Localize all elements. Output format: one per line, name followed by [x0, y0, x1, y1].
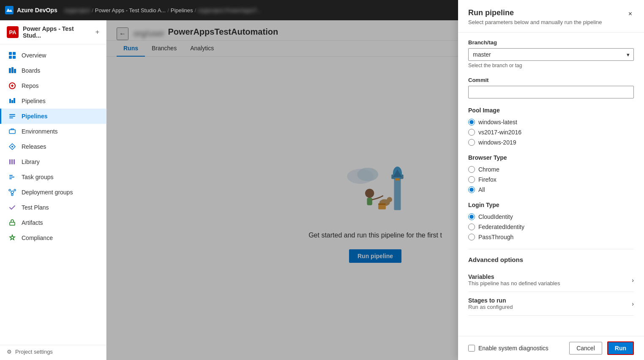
- boards-icon: [8, 66, 16, 75]
- login-type-group: Login Type CloudIdentity FederatedIdenti…: [468, 202, 634, 240]
- browser-type-options: Chrome Firefox All: [468, 166, 634, 193]
- sidebar-item-repos[interactable]: Repos: [0, 78, 106, 93]
- svg-rect-7: [14, 69, 16, 73]
- browser-chrome[interactable]: Chrome: [468, 166, 634, 173]
- sidebar-item-label: Environments: [22, 128, 58, 135]
- svg-rect-24: [10, 222, 15, 225]
- pool-vs2017-label: vs2017-win2016: [478, 129, 521, 136]
- sidebar-item-label: Pipelines: [22, 98, 46, 104]
- pool-vs2017-radio[interactable]: [468, 129, 475, 136]
- run-button[interactable]: Run: [607, 341, 634, 355]
- sidebar-item-overview[interactable]: Overview: [0, 48, 106, 63]
- browser-firefox[interactable]: Firefox: [468, 176, 634, 183]
- pool-windows-latest[interactable]: windows-latest: [468, 119, 634, 125]
- close-panel-button[interactable]: ×: [627, 8, 634, 19]
- pool-windows-2019-label: windows-2019: [478, 139, 516, 146]
- variables-sublabel: This pipeline has no defined variables: [468, 280, 560, 286]
- svg-rect-11: [9, 117, 13, 118]
- login-type-title: Login Type: [468, 202, 634, 208]
- sidebar-item-pipelines[interactable]: Pipelines: [0, 109, 106, 124]
- sidebar-nav: Overview Boards Repos P: [0, 44, 106, 249]
- login-passthrough[interactable]: PassThrough: [468, 234, 634, 240]
- variables-chevron-icon: ›: [632, 277, 634, 284]
- sidebar-item-environments[interactable]: Environments: [0, 124, 106, 139]
- svg-rect-9: [9, 114, 15, 115]
- commit-input[interactable]: [468, 86, 634, 98]
- advanced-options-section: Advanced options Variables This pipeline…: [468, 249, 634, 316]
- environments-icon: [8, 127, 16, 136]
- breadcrumb: org/project / Power Apps - Test Studio A…: [64, 7, 261, 14]
- sidebar-item-label: Library: [22, 158, 40, 165]
- sidebar-item-artifacts[interactable]: Artifacts: [0, 215, 106, 230]
- svg-rect-19: [9, 178, 12, 179]
- svg-rect-5: [9, 68, 11, 73]
- svg-point-20: [11, 191, 14, 194]
- sidebar-item-label: Artifacts: [22, 219, 43, 226]
- login-federated-label: FederatedIdentity: [478, 224, 524, 230]
- login-cloudidentity-radio[interactable]: [468, 213, 475, 220]
- sidebar-item-releases[interactable]: Releases: [0, 139, 106, 154]
- diagnostics-checkbox[interactable]: [468, 345, 475, 352]
- org-name: Power Apps - Test Stud...: [23, 25, 91, 39]
- deployment-icon: [8, 188, 16, 196]
- svg-rect-4: [13, 56, 16, 59]
- sidebar-item-label: Overview: [22, 52, 46, 59]
- add-project-button[interactable]: +: [96, 28, 99, 36]
- commit-label: Commit: [468, 77, 634, 83]
- browser-type-group: Browser Type Chrome Firefox All: [468, 154, 634, 193]
- settings-icon: ⚙: [7, 349, 12, 355]
- pool-windows-latest-label: windows-latest: [478, 119, 517, 125]
- project-settings-button[interactable]: ⚙ Project settings: [0, 345, 106, 360]
- sidebar-item-library[interactable]: Library: [0, 154, 106, 169]
- pipelines-sub-icon: [8, 112, 16, 120]
- sidebar-item-label: Boards: [22, 67, 40, 74]
- pool-vs2017[interactable]: vs2017-win2016: [468, 129, 634, 136]
- pool-image-title: Pool Image: [468, 107, 634, 114]
- diagnostics-checkbox-label[interactable]: Enable system diagnostics: [468, 345, 564, 352]
- svg-point-13: [11, 146, 13, 147]
- repos-icon: [8, 82, 16, 90]
- azure-devops-logo[interactable]: Azure DevOps: [5, 6, 57, 14]
- testplans-icon: [8, 203, 16, 212]
- login-passthrough-label: PassThrough: [478, 234, 513, 240]
- pool-windows-2019-radio[interactable]: [468, 139, 475, 146]
- login-passthrough-radio[interactable]: [468, 234, 475, 240]
- run-panel-header: Run pipeline Select parameters below and…: [458, 0, 644, 33]
- branch-select[interactable]: master develop main: [468, 48, 634, 61]
- svg-rect-2: [13, 52, 16, 55]
- browser-chrome-radio[interactable]: [468, 166, 475, 173]
- sidebar-item-label: Deployment groups: [22, 189, 73, 196]
- login-cloudidentity-label: CloudIdentity: [478, 213, 513, 220]
- sidebar-item-deployment-groups[interactable]: Deployment groups: [0, 185, 106, 200]
- variables-label: Variables: [468, 273, 560, 280]
- svg-point-22: [14, 189, 16, 191]
- browser-firefox-label: Firefox: [478, 176, 497, 183]
- sidebar: PA Power Apps - Test Stud... + Overview …: [0, 20, 106, 360]
- diagnostics-label: Enable system diagnostics: [478, 345, 548, 352]
- stages-row[interactable]: Stages to run Run as configured ›: [468, 292, 634, 316]
- artifacts-icon: [8, 218, 16, 227]
- org-icon: PA: [7, 26, 19, 38]
- login-federatedidentity[interactable]: FederatedIdentity: [468, 224, 634, 230]
- variables-row[interactable]: Variables This pipeline has no defined v…: [468, 268, 634, 292]
- sidebar-item-label: Compliance: [22, 235, 53, 241]
- cancel-button[interactable]: Cancel: [569, 342, 602, 355]
- browser-all-radio[interactable]: [468, 186, 475, 193]
- sidebar-item-boards[interactable]: Boards: [0, 63, 106, 78]
- run-panel-subtitle: Select parameters below and manually run…: [468, 19, 602, 25]
- pool-windows-latest-radio[interactable]: [468, 119, 475, 125]
- branch-tag-label: Branch/tag: [468, 39, 634, 46]
- svg-rect-6: [11, 67, 14, 73]
- sidebar-item-test-plans[interactable]: Test Plans: [0, 200, 106, 215]
- sidebar-item-compliance[interactable]: Compliance: [0, 230, 106, 245]
- pool-windows-2019[interactable]: windows-2019: [468, 139, 634, 146]
- compliance-icon: [8, 234, 16, 242]
- browser-firefox-radio[interactable]: [468, 176, 475, 183]
- sidebar-item-pipelines-header[interactable]: Pipelines: [0, 93, 106, 109]
- sidebar-item-label: Repos: [22, 82, 38, 89]
- browser-all[interactable]: All: [468, 186, 634, 193]
- svg-rect-18: [9, 177, 14, 177]
- login-cloudidentity[interactable]: CloudIdentity: [468, 213, 634, 220]
- login-federated-radio[interactable]: [468, 224, 475, 230]
- sidebar-item-task-groups[interactable]: Task groups: [0, 169, 106, 185]
